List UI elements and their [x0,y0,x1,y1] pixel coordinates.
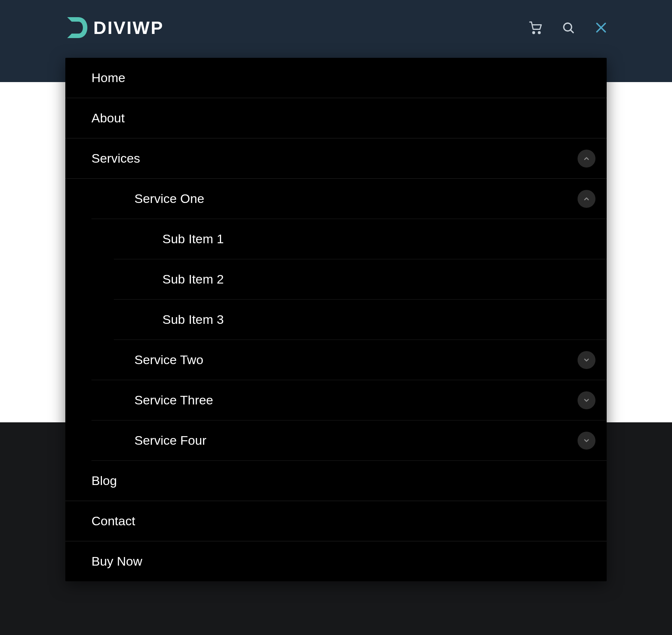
menu-item-label: Service Two [134,340,203,380]
expand-toggle[interactable] [578,351,595,369]
chevron-up-icon [583,155,590,162]
site-logo[interactable]: DIVIWP [63,15,164,40]
menu-item-label: Service Three [134,380,213,420]
svg-point-1 [538,32,540,34]
cart-icon[interactable] [528,20,543,35]
menu-item-sub-3[interactable]: Sub Item 3 [114,300,607,340]
menu-item-home[interactable]: Home [65,58,607,98]
collapse-toggle[interactable] [578,190,595,208]
header-actions [528,20,609,35]
menu-item-contact[interactable]: Contact [65,501,607,541]
chevron-down-icon [583,397,590,404]
menu-item-service-one[interactable]: Service One [91,179,607,219]
menu-item-label: Sub Item 3 [162,300,224,340]
menu-item-label: Service Four [134,420,206,460]
menu-item-label: Home [91,58,125,98]
menu-item-label: Sub Item 2 [162,259,224,299]
menu-item-sub-2[interactable]: Sub Item 2 [114,259,607,300]
menu-item-label: Buy Now [91,541,142,581]
logo-mark-icon [63,15,89,40]
chevron-down-icon [583,356,590,364]
menu-item-sub-1[interactable]: Sub Item 1 [114,219,607,259]
menu-item-label: Sub Item 1 [162,219,224,259]
expand-toggle[interactable] [578,391,595,409]
chevron-down-icon [583,437,590,444]
collapse-toggle[interactable] [578,150,595,168]
menu-item-label: Service One [134,179,204,219]
svg-point-0 [533,32,535,34]
menu-item-service-three[interactable]: Service Three [91,380,607,420]
menu-item-label: Contact [91,501,135,541]
close-icon[interactable] [594,20,609,35]
menu-item-label: About [91,98,125,138]
menu-item-service-four[interactable]: Service Four [91,420,607,461]
menu-item-blog[interactable]: Blog [65,461,607,501]
menu-item-label: Blog [91,461,117,501]
search-icon[interactable] [561,20,576,35]
mobile-menu-panel: Home About Services Service One Sub Item… [65,58,607,581]
menu-item-services[interactable]: Services [65,138,607,179]
menu-item-about[interactable]: About [65,98,607,138]
svg-line-3 [570,30,573,33]
chevron-up-icon [583,195,590,203]
logo-text: DIVIWP [93,18,164,38]
menu-item-buy-now[interactable]: Buy Now [65,541,607,581]
menu-item-service-two[interactable]: Service Two [91,340,607,380]
menu-item-label: Services [91,138,140,178]
header-inner: DIVIWP [41,0,631,40]
expand-toggle[interactable] [578,432,595,450]
